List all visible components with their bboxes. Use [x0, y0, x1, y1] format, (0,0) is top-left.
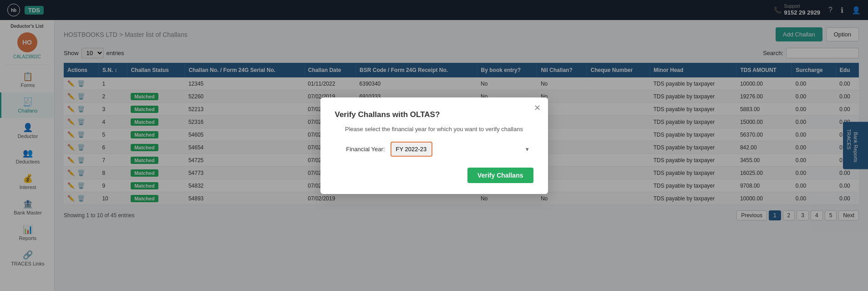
financial-year-select[interactable]: FY 2019-20 FY 2020-21 FY 2021-22 FY 2022…	[391, 142, 432, 157]
modal: ✕ Verify Challans with OLTAS? Please sel…	[320, 97, 548, 194]
modal-overlay: ✕ Verify Challans with OLTAS? Please sel…	[0, 0, 868, 291]
modal-form-row: Financial Year: FY 2019-20 FY 2020-21 FY…	[335, 142, 533, 157]
financial-year-select-wrap: FY 2019-20 FY 2020-21 FY 2021-22 FY 2022…	[391, 142, 533, 157]
modal-footer: Verify Challans	[335, 168, 533, 183]
financial-year-label: Financial Year:	[335, 146, 385, 153]
modal-title: Verify Challans with OLTAS?	[335, 110, 533, 119]
verify-challans-button[interactable]: Verify Challans	[467, 168, 533, 183]
modal-close-button[interactable]: ✕	[534, 103, 541, 113]
modal-description: Please select the financial year for whi…	[335, 126, 533, 133]
